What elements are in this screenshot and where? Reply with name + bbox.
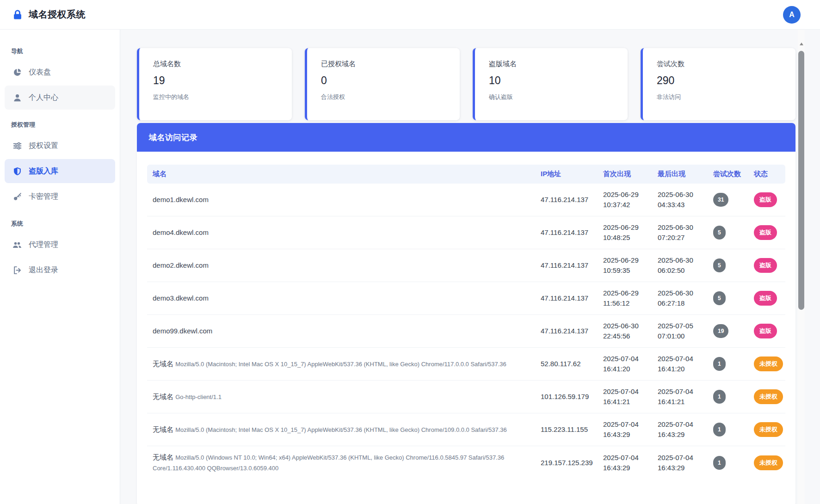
scrollbar[interactable]	[798, 30, 805, 504]
status-badge-pirate: 盗版	[754, 225, 777, 240]
stat-title: 盗版域名	[489, 60, 614, 68]
users-icon	[12, 240, 22, 249]
column-header-attempts: 尝试次数	[708, 165, 748, 184]
sliders-icon	[12, 141, 22, 150]
domain-text: demo3.dkewl.com	[153, 294, 209, 302]
cell-domain: demo4.dkewl.com	[147, 216, 535, 249]
status-badge-unauthorized: 未授权	[754, 455, 783, 470]
cell-first-seen: 2025-07-04 16:43:29	[598, 446, 652, 480]
cell-attempts: 1	[708, 413, 748, 446]
stat-value: 10	[489, 74, 614, 87]
column-header-domain: 域名	[147, 165, 535, 184]
cell-status: 盗版	[748, 315, 785, 348]
logout-icon	[12, 265, 22, 275]
stat-card-authorized-domains: 已授权域名 0 合法授权	[305, 48, 460, 120]
app-title: 域名授权系统	[29, 8, 86, 21]
stat-card-attempts: 尝试次数 290 非法访问	[641, 48, 795, 120]
sidebar-item-sliders[interactable]: 授权设置	[5, 134, 115, 158]
table-row: demo3.dkewl.com47.116.214.1372025-06-29 …	[147, 282, 785, 315]
stat-subtitle: 非法访问	[657, 93, 782, 101]
status-badge-unauthorized: 未授权	[754, 356, 783, 371]
nav-section-label: 授权管理	[11, 121, 109, 129]
attempts-badge: 31	[713, 193, 728, 207]
column-header-last-seen: 最后出现	[652, 165, 708, 184]
scrollbar-thumb[interactable]	[798, 51, 804, 310]
cell-attempts: 5	[708, 282, 748, 315]
cell-domain: demo3.dkewl.com	[147, 282, 535, 315]
nav-item-label: 代理管理	[29, 240, 58, 250]
brand: 域名授权系统	[12, 8, 86, 21]
cell-attempts: 19	[708, 315, 748, 348]
cell-first-seen: 2025-07-04 16:41:21	[598, 381, 652, 413]
table-row: demo4.dkewl.com47.116.214.1372025-06-29 …	[147, 216, 785, 249]
cell-ip: 47.116.214.137	[535, 315, 598, 348]
cell-first-seen: 2025-06-30 22:45:56	[598, 315, 652, 348]
table-row: 无域名 Go-http-client/1.1101.126.59.1792025…	[147, 381, 785, 413]
cell-first-seen: 2025-07-04 16:41:20	[598, 348, 652, 381]
user-icon	[12, 93, 22, 102]
domain-text: 无域名	[153, 425, 173, 433]
nav-item-label: 盗版入库	[29, 166, 58, 176]
stat-subtitle: 合法授权	[321, 93, 446, 101]
cell-attempts: 1	[708, 381, 748, 413]
stat-card-total-domains: 总域名数 19 监控中的域名	[137, 48, 292, 120]
panel-title: 域名访问记录	[149, 132, 197, 143]
nav-item-label: 个人中心	[29, 93, 58, 103]
sidebar-item-user[interactable]: 个人中心	[5, 86, 115, 110]
cell-domain: demo2.dkewl.com	[147, 249, 535, 282]
cell-last-seen: 2025-06-30 04:33:43	[652, 184, 708, 216]
cell-status: 盗版	[748, 216, 785, 249]
attempts-badge: 1	[713, 423, 726, 436]
cell-status: 盗版	[748, 282, 785, 315]
stat-cards: 总域名数 19 监控中的域名 已授权域名 0 合法授权 盗版域名 10 确认盗版…	[137, 48, 795, 120]
main-content: 总域名数 19 监控中的域名 已授权域名 0 合法授权 盗版域名 10 确认盗版…	[120, 30, 820, 504]
attempts-badge: 1	[713, 390, 726, 404]
cell-ip: 47.116.214.137	[535, 249, 598, 282]
user-avatar[interactable]: A	[783, 6, 801, 24]
attempts-badge: 19	[713, 324, 728, 338]
status-badge-pirate: 盗版	[754, 324, 777, 338]
nav-item-label: 仪表盘	[29, 68, 51, 77]
sidebar-item-logout[interactable]: 退出登录	[5, 258, 115, 282]
cell-last-seen: 2025-07-04 16:43:29	[652, 446, 708, 480]
user-agent-text: Go-http-client/1.1	[175, 393, 222, 400]
cell-status: 未授权	[748, 348, 785, 381]
sidebar-item-dashboard[interactable]: 仪表盘	[5, 60, 115, 84]
domain-text: 无域名	[153, 453, 173, 461]
cell-domain: 无域名 Mozilla/5.0 (Macintosh; Intel Mac OS…	[147, 413, 535, 446]
table-row: demo1.dkewl.com47.116.214.1372025-06-29 …	[147, 184, 785, 216]
sidebar-item-shield[interactable]: 盗版入库	[5, 159, 115, 183]
cell-first-seen: 2025-06-29 10:59:35	[598, 249, 652, 282]
stat-subtitle: 确认盗版	[489, 93, 614, 101]
domain-access-panel: 域名访问记录 域名 IP地址 首次出现 最后出现 尝试次数 状态	[137, 123, 795, 504]
sidebar-item-key[interactable]: 卡密管理	[5, 184, 115, 209]
cell-domain: 无域名 Mozilla/5.0 (Macintosh; Intel Mac OS…	[147, 348, 535, 381]
cell-status: 未授权	[748, 413, 785, 446]
domain-text: demo99.dkewl.com	[153, 327, 212, 335]
column-header-first-seen: 首次出现	[598, 165, 652, 184]
column-header-ip: IP地址	[535, 165, 598, 184]
table-row: 无域名 Mozilla/5.0 (Macintosh; Intel Mac OS…	[147, 413, 785, 446]
cell-first-seen: 2025-07-04 16:43:29	[598, 413, 652, 446]
domain-text: 无域名	[153, 360, 173, 368]
sidebar: 导航仪表盘个人中心授权管理授权设置盗版入库卡密管理系统代理管理退出登录	[0, 30, 120, 504]
table-row: 无域名 Mozilla/5.0 (Windows NT 10.0; Win64;…	[147, 446, 785, 480]
sidebar-item-users[interactable]: 代理管理	[5, 233, 115, 257]
attempts-badge: 5	[713, 291, 726, 305]
cell-ip: 47.116.214.137	[535, 282, 598, 315]
cell-last-seen: 2025-07-04 16:41:20	[652, 348, 708, 381]
cell-last-seen: 2025-07-05 07:01:00	[652, 315, 708, 348]
cell-domain: demo99.dkewl.com	[147, 315, 535, 348]
dashboard-icon	[12, 68, 22, 77]
nav-item-label: 授权设置	[29, 141, 58, 151]
cell-ip: 47.116.214.137	[535, 184, 598, 216]
cell-attempts: 1	[708, 446, 748, 480]
stat-card-pirate-domains: 盗版域名 10 确认盗版	[473, 48, 628, 120]
cell-ip: 47.116.214.137	[535, 216, 598, 249]
lock-icon	[12, 9, 23, 20]
cell-first-seen: 2025-06-29 10:48:25	[598, 216, 652, 249]
stat-title: 总域名数	[153, 60, 278, 68]
scrollbar-up-arrow-icon[interactable]	[800, 43, 803, 45]
user-agent-text: Mozilla/5.0 (Macintosh; Intel Mac OS X 1…	[175, 361, 506, 368]
cell-domain: demo1.dkewl.com	[147, 184, 535, 216]
